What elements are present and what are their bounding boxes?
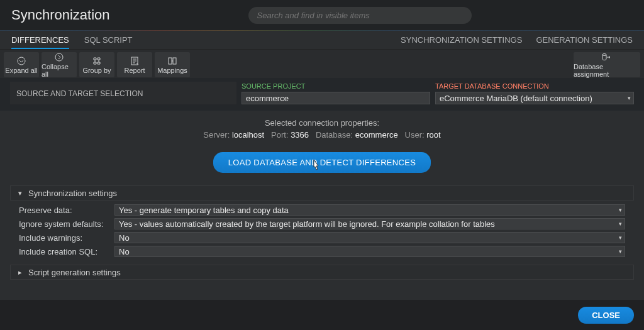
sync-settings-header[interactable]: ▾ Synchronization settings — [10, 185, 634, 201]
svg-rect-4 — [173, 58, 176, 64]
setting-label: Ignore system defaults: — [19, 219, 114, 229]
mappings-icon — [167, 56, 177, 66]
setting-label: Include warnings: — [19, 233, 114, 243]
target-connection-value: eCommerce MariaDB (default connection) — [440, 94, 592, 103]
close-button[interactable]: CLOSE — [578, 307, 634, 324]
setting-label: Preserve data: — [19, 206, 114, 215]
script-generation-settings-header[interactable]: ▸ Script generation settings — [10, 265, 634, 280]
svg-rect-3 — [169, 58, 172, 64]
footer-bar: CLOSE — [0, 300, 644, 330]
toolbar: Expand all Collapse all Group by Report … — [0, 50, 644, 78]
database-assignment-button[interactable]: Database assignment — [574, 52, 640, 77]
setting-include-warnings-select[interactable]: No ▾ — [114, 232, 625, 243]
chevron-down-icon: ▾ — [619, 207, 622, 213]
setting-ignore-system-defaults: Ignore system defaults: Yes - values aut… — [19, 217, 625, 231]
report-button[interactable]: Report — [117, 52, 152, 77]
setting-label: Include creation SQL: — [19, 247, 114, 256]
report-icon — [130, 56, 140, 66]
chevron-down-circle-icon — [16, 56, 26, 66]
setting-ignore-system-defaults-select[interactable]: Yes - values automatically created by th… — [114, 218, 625, 229]
sync-settings-grid: Preserve data: Yes - generate temporary … — [10, 201, 634, 258]
chevron-down-icon: ▾ — [619, 221, 622, 227]
target-connection-caption: TARGET DATABASE CONNECTION — [435, 82, 634, 90]
script-generation-settings-title: Script generation settings — [28, 268, 121, 277]
group-by-icon — [92, 56, 102, 66]
tab-generation-settings[interactable]: GENERATION SETTINGS — [536, 31, 633, 49]
chevron-right-circle-icon — [54, 52, 64, 62]
chevron-down-icon: ▾ — [628, 95, 631, 101]
chevron-right-icon: ▸ — [16, 268, 25, 277]
connection-properties-heading: Selected connection properties: — [10, 118, 634, 128]
main-content: Selected connection properties: Server: … — [0, 111, 644, 280]
svg-point-0 — [18, 57, 25, 65]
setting-include-creation-sql-select[interactable]: No ▾ — [114, 246, 625, 257]
expand-all-button[interactable]: Expand all — [4, 52, 39, 77]
tab-synchronization-settings[interactable]: SYNCHRONIZATION SETTINGS — [401, 31, 522, 49]
source-project-input[interactable] — [242, 92, 430, 104]
connection-properties-line: Server: localhost Port: 3366 Database: e… — [10, 130, 634, 140]
setting-preserve-data-select[interactable]: Yes - generate temporary tables and copy… — [114, 204, 625, 216]
database-assignment-icon — [601, 52, 613, 62]
tab-sql-script[interactable]: SQL SCRIPT — [84, 31, 133, 49]
search-field[interactable] — [248, 7, 472, 24]
tab-differences[interactable]: DIFFERENCES — [11, 31, 69, 49]
chevron-down-icon: ▾ — [619, 248, 622, 255]
svg-point-1 — [55, 53, 63, 61]
setting-include-creation-sql: Include creation SQL: No ▾ — [19, 245, 625, 258]
group-by-button[interactable]: Group by — [79, 52, 114, 77]
search-input[interactable] — [257, 11, 463, 20]
target-connection-select[interactable]: eCommerce MariaDB (default connection) ▾ — [435, 92, 634, 104]
mappings-button[interactable]: Mappings — [155, 52, 190, 77]
setting-include-warnings: Include warnings: No ▾ — [19, 231, 625, 245]
page-title: Synchronization — [11, 7, 110, 23]
source-target-row: SOURCE AND TARGET SELECTION SOURCE PROJE… — [0, 78, 644, 111]
chevron-down-icon: ▾ — [16, 189, 25, 197]
load-database-button[interactable]: LOAD DATABASE AND DETECT DIFFERENCES — [213, 152, 431, 173]
target-connection-block: TARGET DATABASE CONNECTION eCommerce Mar… — [435, 82, 634, 104]
chevron-down-icon: ▾ — [619, 234, 622, 241]
svg-point-5 — [602, 53, 606, 55]
source-target-label: SOURCE AND TARGET SELECTION — [10, 82, 236, 104]
setting-preserve-data: Preserve data: Yes - generate temporary … — [19, 203, 625, 217]
header-bar: Synchronization — [0, 0, 644, 30]
sync-settings-title: Synchronization settings — [28, 189, 117, 198]
source-project-block: SOURCE PROJECT — [242, 82, 430, 104]
source-project-caption: SOURCE PROJECT — [242, 82, 430, 90]
tabs-row: DIFFERENCES SQL SCRIPT SYNCHRONIZATION S… — [0, 31, 644, 50]
collapse-all-button[interactable]: Collapse all — [42, 52, 77, 77]
